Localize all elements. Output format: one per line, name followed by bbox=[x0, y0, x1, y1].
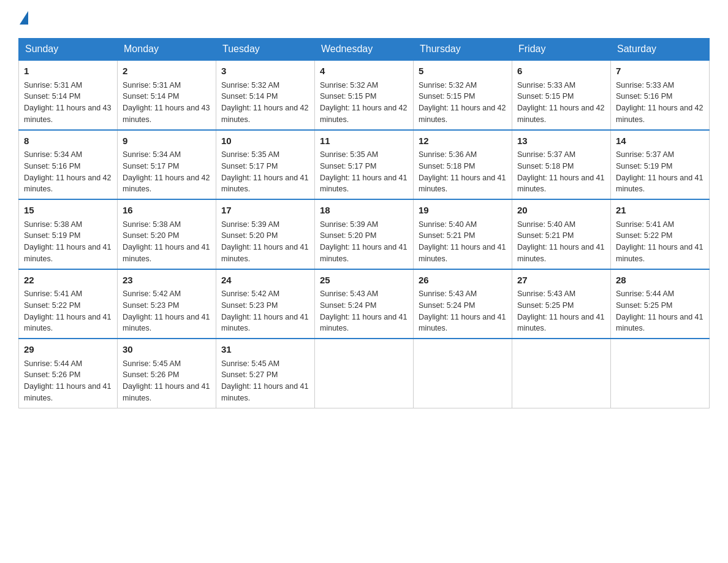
calendar-header-saturday: Saturday bbox=[611, 39, 710, 61]
calendar-cell: 5Sunrise: 5:32 AMSunset: 5:15 PMDaylight… bbox=[414, 60, 512, 130]
calendar-table: SundayMondayTuesdayWednesdayThursdayFrid… bbox=[18, 38, 710, 408]
calendar-header-row: SundayMondayTuesdayWednesdayThursdayFrid… bbox=[19, 39, 710, 61]
calendar-cell: 18Sunrise: 5:39 AMSunset: 5:20 PMDayligh… bbox=[315, 199, 414, 269]
calendar-cell: 16Sunrise: 5:38 AMSunset: 5:20 PMDayligh… bbox=[118, 199, 216, 269]
calendar-cell: 13Sunrise: 5:37 AMSunset: 5:18 PMDayligh… bbox=[512, 130, 611, 200]
day-number: 10 bbox=[221, 134, 309, 148]
calendar-cell: 11Sunrise: 5:35 AMSunset: 5:17 PMDayligh… bbox=[315, 130, 414, 200]
day-number: 15 bbox=[24, 204, 112, 218]
day-number: 26 bbox=[419, 274, 507, 288]
day-number: 16 bbox=[123, 204, 211, 218]
calendar-cell: 6Sunrise: 5:33 AMSunset: 5:15 PMDaylight… bbox=[512, 60, 611, 130]
calendar-cell: 9Sunrise: 5:34 AMSunset: 5:17 PMDaylight… bbox=[118, 130, 216, 200]
calendar-cell: 4Sunrise: 5:32 AMSunset: 5:15 PMDaylight… bbox=[315, 60, 414, 130]
calendar-cell: 12Sunrise: 5:36 AMSunset: 5:18 PMDayligh… bbox=[414, 130, 512, 200]
day-info: Sunrise: 5:38 AMSunset: 5:19 PMDaylight:… bbox=[24, 219, 112, 265]
calendar-cell: 25Sunrise: 5:43 AMSunset: 5:24 PMDayligh… bbox=[315, 269, 414, 339]
day-number: 25 bbox=[320, 274, 408, 288]
day-info: Sunrise: 5:33 AMSunset: 5:15 PMDaylight:… bbox=[517, 80, 605, 126]
day-info: Sunrise: 5:38 AMSunset: 5:20 PMDaylight:… bbox=[123, 219, 211, 265]
logo-triangle-icon bbox=[20, 11, 28, 25]
day-number: 24 bbox=[221, 274, 309, 288]
calendar-cell: 19Sunrise: 5:40 AMSunset: 5:21 PMDayligh… bbox=[414, 199, 512, 269]
calendar-cell: 28Sunrise: 5:44 AMSunset: 5:25 PMDayligh… bbox=[611, 269, 710, 339]
day-info: Sunrise: 5:44 AMSunset: 5:26 PMDaylight:… bbox=[24, 358, 112, 404]
calendar-cell: 23Sunrise: 5:42 AMSunset: 5:23 PMDayligh… bbox=[118, 269, 216, 339]
day-number: 18 bbox=[320, 204, 408, 218]
calendar-cell: 27Sunrise: 5:43 AMSunset: 5:25 PMDayligh… bbox=[512, 269, 611, 339]
day-info: Sunrise: 5:39 AMSunset: 5:20 PMDaylight:… bbox=[221, 219, 309, 265]
calendar-cell bbox=[315, 339, 414, 408]
calendar-cell: 20Sunrise: 5:40 AMSunset: 5:21 PMDayligh… bbox=[512, 199, 611, 269]
calendar-cell: 3Sunrise: 5:32 AMSunset: 5:14 PMDaylight… bbox=[216, 60, 315, 130]
calendar-cell bbox=[512, 339, 611, 408]
day-number: 13 bbox=[517, 134, 605, 148]
day-number: 31 bbox=[221, 343, 309, 357]
calendar-cell: 10Sunrise: 5:35 AMSunset: 5:17 PMDayligh… bbox=[216, 130, 315, 200]
page-header bbox=[18, 12, 710, 26]
calendar-cell bbox=[414, 339, 512, 408]
day-number: 7 bbox=[616, 64, 704, 79]
day-number: 1 bbox=[24, 64, 112, 79]
day-number: 11 bbox=[320, 134, 408, 148]
day-number: 3 bbox=[221, 64, 309, 79]
calendar-cell: 29Sunrise: 5:44 AMSunset: 5:26 PMDayligh… bbox=[19, 339, 118, 408]
day-info: Sunrise: 5:32 AMSunset: 5:14 PMDaylight:… bbox=[221, 80, 309, 126]
day-info: Sunrise: 5:31 AMSunset: 5:14 PMDaylight:… bbox=[123, 80, 211, 126]
day-number: 14 bbox=[616, 134, 704, 148]
calendar-cell: 2Sunrise: 5:31 AMSunset: 5:14 PMDaylight… bbox=[118, 60, 216, 130]
day-info: Sunrise: 5:42 AMSunset: 5:23 PMDaylight:… bbox=[123, 288, 211, 334]
calendar-cell: 31Sunrise: 5:45 AMSunset: 5:27 PMDayligh… bbox=[216, 339, 315, 408]
logo bbox=[18, 12, 28, 26]
day-info: Sunrise: 5:43 AMSunset: 5:24 PMDaylight:… bbox=[320, 288, 408, 334]
day-info: Sunrise: 5:39 AMSunset: 5:20 PMDaylight:… bbox=[320, 219, 408, 265]
day-number: 28 bbox=[616, 274, 704, 288]
day-number: 2 bbox=[123, 64, 211, 79]
day-info: Sunrise: 5:40 AMSunset: 5:21 PMDaylight:… bbox=[419, 219, 507, 265]
day-info: Sunrise: 5:43 AMSunset: 5:24 PMDaylight:… bbox=[419, 288, 507, 334]
day-info: Sunrise: 5:41 AMSunset: 5:22 PMDaylight:… bbox=[24, 288, 112, 334]
day-number: 19 bbox=[419, 204, 507, 218]
day-info: Sunrise: 5:40 AMSunset: 5:21 PMDaylight:… bbox=[517, 219, 605, 265]
calendar-header-tuesday: Tuesday bbox=[216, 39, 315, 61]
calendar-header-monday: Monday bbox=[118, 39, 216, 61]
day-info: Sunrise: 5:32 AMSunset: 5:15 PMDaylight:… bbox=[320, 80, 408, 126]
calendar-cell: 30Sunrise: 5:45 AMSunset: 5:26 PMDayligh… bbox=[118, 339, 216, 408]
calendar-cell: 24Sunrise: 5:42 AMSunset: 5:23 PMDayligh… bbox=[216, 269, 315, 339]
day-number: 27 bbox=[517, 274, 605, 288]
day-info: Sunrise: 5:35 AMSunset: 5:17 PMDaylight:… bbox=[221, 149, 309, 195]
calendar-cell: 26Sunrise: 5:43 AMSunset: 5:24 PMDayligh… bbox=[414, 269, 512, 339]
day-info: Sunrise: 5:44 AMSunset: 5:25 PMDaylight:… bbox=[616, 288, 704, 334]
day-info: Sunrise: 5:42 AMSunset: 5:23 PMDaylight:… bbox=[221, 288, 309, 334]
day-info: Sunrise: 5:45 AMSunset: 5:26 PMDaylight:… bbox=[123, 358, 211, 404]
day-number: 29 bbox=[24, 343, 112, 357]
calendar-week-row: 15Sunrise: 5:38 AMSunset: 5:19 PMDayligh… bbox=[19, 199, 710, 269]
day-info: Sunrise: 5:37 AMSunset: 5:19 PMDaylight:… bbox=[616, 149, 704, 195]
day-info: Sunrise: 5:34 AMSunset: 5:16 PMDaylight:… bbox=[24, 149, 112, 195]
calendar-cell: 17Sunrise: 5:39 AMSunset: 5:20 PMDayligh… bbox=[216, 199, 315, 269]
calendar-cell: 7Sunrise: 5:33 AMSunset: 5:16 PMDaylight… bbox=[611, 60, 710, 130]
calendar-header-friday: Friday bbox=[512, 39, 611, 61]
day-number: 20 bbox=[517, 204, 605, 218]
day-number: 30 bbox=[123, 343, 211, 357]
calendar-week-row: 29Sunrise: 5:44 AMSunset: 5:26 PMDayligh… bbox=[19, 339, 710, 408]
day-number: 5 bbox=[419, 64, 507, 79]
day-number: 21 bbox=[616, 204, 704, 218]
day-number: 4 bbox=[320, 64, 408, 79]
calendar-cell bbox=[611, 339, 710, 408]
day-number: 17 bbox=[221, 204, 309, 218]
calendar-cell: 8Sunrise: 5:34 AMSunset: 5:16 PMDaylight… bbox=[19, 130, 118, 200]
calendar-header-thursday: Thursday bbox=[414, 39, 512, 61]
day-number: 6 bbox=[517, 64, 605, 79]
day-number: 12 bbox=[419, 134, 507, 148]
calendar-header-wednesday: Wednesday bbox=[315, 39, 414, 61]
calendar-cell: 22Sunrise: 5:41 AMSunset: 5:22 PMDayligh… bbox=[19, 269, 118, 339]
day-info: Sunrise: 5:35 AMSunset: 5:17 PMDaylight:… bbox=[320, 149, 408, 195]
day-number: 22 bbox=[24, 274, 112, 288]
day-info: Sunrise: 5:36 AMSunset: 5:18 PMDaylight:… bbox=[419, 149, 507, 195]
day-info: Sunrise: 5:43 AMSunset: 5:25 PMDaylight:… bbox=[517, 288, 605, 334]
calendar-cell: 15Sunrise: 5:38 AMSunset: 5:19 PMDayligh… bbox=[19, 199, 118, 269]
day-number: 23 bbox=[123, 274, 211, 288]
day-info: Sunrise: 5:34 AMSunset: 5:17 PMDaylight:… bbox=[123, 149, 211, 195]
calendar-week-row: 1Sunrise: 5:31 AMSunset: 5:14 PMDaylight… bbox=[19, 60, 710, 130]
